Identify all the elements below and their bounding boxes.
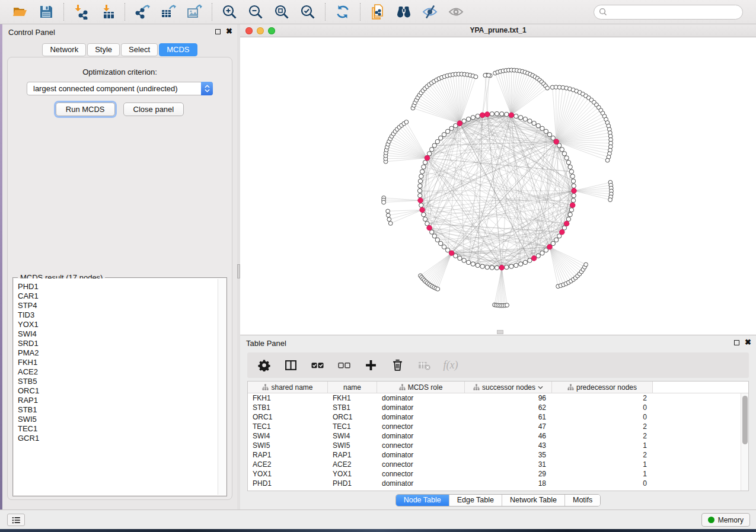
network-node[interactable] [430, 230, 434, 234]
network-node[interactable] [420, 169, 424, 174]
mcds-result-item[interactable]: CAR1 [18, 291, 226, 301]
tab-edge-table[interactable]: Edge Table [449, 495, 502, 506]
memory-button[interactable]: Memory [701, 513, 750, 527]
network-node[interactable] [536, 124, 540, 128]
table-row[interactable]: RAP1RAP1dominator352 [248, 450, 748, 460]
network-node[interactable] [418, 194, 422, 198]
refresh-button[interactable] [330, 2, 356, 22]
mcds-network-node[interactable] [554, 139, 559, 145]
network-node[interactable] [566, 160, 570, 164]
export-table-button[interactable] [155, 2, 181, 22]
network-node[interactable] [495, 111, 499, 116]
column-header-successor-nodes[interactable]: successor nodes [465, 382, 552, 393]
table-row[interactable]: SWI4SWI4dominator462 [248, 431, 748, 441]
network-node[interactable] [474, 75, 478, 79]
import-table-button[interactable] [94, 2, 120, 22]
export-network-button[interactable] [129, 2, 155, 22]
network-node[interactable] [505, 265, 509, 269]
network-node[interactable] [462, 258, 466, 262]
network-node[interactable] [419, 203, 423, 207]
network-node[interactable] [422, 165, 426, 169]
network-node[interactable] [562, 152, 566, 156]
mcds-result-item[interactable]: FKH1 [18, 358, 226, 367]
network-node[interactable] [476, 114, 480, 118]
hide-eye-button[interactable] [417, 2, 443, 22]
column-header-mcds-role[interactable]: MCDS role [377, 382, 465, 393]
column-header-name[interactable]: name [328, 382, 377, 393]
network-node[interactable] [523, 260, 527, 264]
mcds-result-item[interactable]: PHD1 [18, 282, 226, 291]
network-node[interactable] [432, 143, 436, 148]
mcds-network-node[interactable] [509, 113, 514, 118]
network-node[interactable] [425, 222, 429, 226]
mcds-result-item[interactable]: RAP1 [18, 396, 226, 405]
delete-table-button[interactable] [417, 358, 431, 373]
gear-button[interactable] [257, 358, 271, 373]
float-panel-icon[interactable] [215, 29, 221, 34]
delete-button[interactable] [390, 358, 404, 373]
network-node[interactable] [546, 86, 550, 90]
network-node[interactable] [571, 179, 575, 183]
network-node[interactable] [528, 258, 532, 262]
network-node[interactable] [554, 238, 559, 242]
network-node[interactable] [571, 198, 575, 203]
export-image-button[interactable] [181, 2, 208, 22]
network-node[interactable] [566, 217, 570, 221]
run-mcds-button[interactable]: Run MCDS [56, 102, 115, 116]
mcds-result-list[interactable]: PHD1CAR1STP4TID3YOX1SWI4SRD1PMA2FKH1ACE2… [14, 278, 226, 495]
network-node[interactable] [442, 245, 446, 249]
network-node[interactable] [569, 208, 573, 212]
close-panel-button[interactable]: Close panel [123, 102, 184, 116]
network-node[interactable] [608, 198, 613, 202]
table-row[interactable]: ACE2ACE2connector311 [248, 460, 748, 469]
import-network-button[interactable] [68, 2, 94, 22]
network-node[interactable] [605, 158, 610, 162]
network-node[interactable] [476, 263, 480, 267]
network-node[interactable] [519, 262, 523, 266]
network-node[interactable] [540, 251, 544, 255]
network-node[interactable] [569, 169, 573, 174]
network-node[interactable] [418, 179, 422, 183]
table-row[interactable]: ORC1ORC1dominator610 [248, 412, 748, 422]
network-node[interactable] [439, 136, 443, 140]
network-node[interactable] [418, 184, 422, 188]
table-row[interactable]: YOX1YOX1connector291 [248, 469, 748, 479]
network-node[interactable] [423, 160, 427, 164]
network-node[interactable] [388, 222, 393, 226]
network-node[interactable] [536, 254, 540, 258]
table-row[interactable]: PHD1PHD1dominator180 [248, 479, 748, 488]
network-node[interactable] [500, 112, 504, 116]
network-node[interactable] [471, 262, 475, 266]
network-node[interactable] [490, 112, 494, 116]
canvas-splitter-handle[interactable] [497, 330, 503, 334]
mcds-network-node[interactable] [418, 198, 423, 203]
network-node[interactable] [572, 194, 576, 198]
network-node[interactable] [568, 213, 572, 217]
network-node[interactable] [514, 263, 518, 267]
mcds-result-item[interactable]: STP4 [18, 301, 226, 310]
close-panel-icon[interactable]: ✖ [226, 28, 232, 34]
mcds-network-node[interactable] [531, 256, 537, 261]
table-row[interactable]: SWI5SWI5connector431 [248, 441, 748, 450]
select-all-button[interactable] [310, 358, 324, 373]
network-node[interactable] [505, 303, 509, 307]
mcds-network-node[interactable] [420, 207, 425, 213]
mcds-result-item[interactable]: SWI4 [18, 329, 226, 339]
mcds-network-node[interactable] [457, 121, 462, 126]
add-button[interactable] [363, 358, 378, 373]
mcds-network-node[interactable] [484, 112, 490, 117]
optimization-select[interactable]: largest connected component (undirected) [27, 82, 213, 95]
mcds-network-node[interactable] [547, 245, 553, 250]
network-node[interactable] [445, 129, 449, 133]
mcds-network-node[interactable] [499, 265, 505, 270]
search-input[interactable] [594, 5, 743, 20]
mcds-network-node[interactable] [427, 225, 432, 230]
table-scrollbar[interactable] [741, 393, 748, 491]
network-node[interactable] [439, 241, 443, 245]
network-node[interactable] [430, 148, 434, 152]
network-node[interactable] [547, 133, 551, 137]
mcds-result-item[interactable]: SRD1 [18, 339, 226, 348]
network-node[interactable] [480, 264, 484, 268]
tab-network-table[interactable]: Network Table [502, 495, 564, 506]
mcds-network-node[interactable] [480, 113, 485, 118]
